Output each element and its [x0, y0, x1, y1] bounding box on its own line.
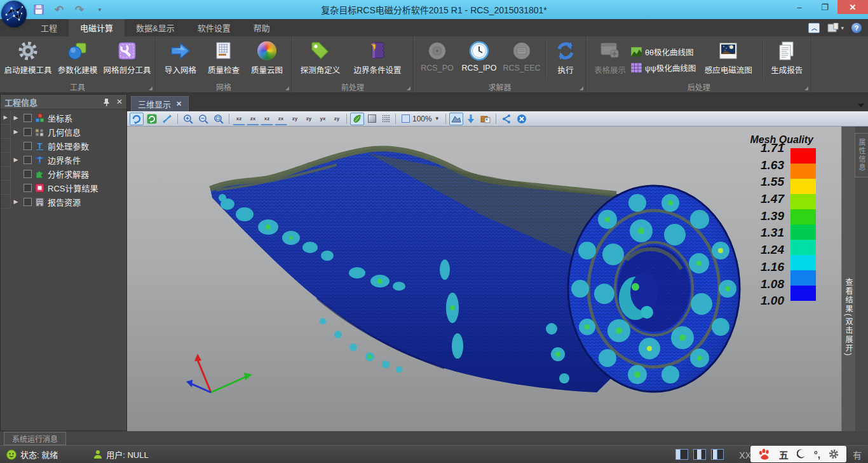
group-label: 求解器 — [488, 81, 511, 92]
ime-punctuation-mode[interactable]: °, — [814, 449, 820, 460]
dialog-launcher-icon[interactable] — [149, 86, 153, 90]
app-logo[interactable] — [1, 1, 27, 27]
view-preset-3-button[interactable]: xz — [261, 113, 273, 125]
view-preset-8-button[interactable]: zy — [330, 113, 343, 125]
menu-tab-project[interactable]: 工程 — [29, 19, 69, 36]
tab-3d-display[interactable]: 三维显示 ✕ — [131, 96, 189, 111]
arrow-down-button[interactable] — [465, 113, 477, 125]
boundary-condition-setting-button[interactable]: 边界条件设置 — [346, 38, 409, 81]
launch-modeling-tool-button[interactable]: 启动建模工具 — [4, 38, 52, 81]
menu-tab-settings[interactable]: 软件设置 — [186, 19, 242, 36]
generate-report-button[interactable]: 生成报告 — [766, 38, 807, 81]
minimize-button[interactable]: – — [787, 0, 812, 14]
spin-view-button[interactable] — [145, 113, 159, 125]
tree-item-boundary-conditions[interactable]: ▶ 边界条件 — [1, 153, 126, 167]
results-collapsed-tab[interactable]: 查看结果(双击展开) — [841, 127, 855, 431]
mesh-partition-tool-button[interactable]: 网格剖分工具 — [103, 38, 151, 81]
layout-left-button[interactable] — [675, 449, 688, 460]
zoom-drop-icon[interactable]: ▼ — [435, 116, 440, 121]
legend-value: 1.63 — [751, 159, 784, 172]
panel-close-icon[interactable]: ✕ — [116, 97, 123, 106]
close-view-button[interactable] — [515, 113, 529, 125]
execute-button[interactable]: 执行 — [549, 38, 582, 81]
zoom-in-button[interactable] — [181, 113, 195, 125]
help-button[interactable]: ? — [851, 23, 862, 33]
svg-text:T: T — [37, 141, 43, 151]
quality-cloudmap-button[interactable]: 质量云图 — [246, 38, 288, 81]
view-preset-1-button[interactable]: xz — [233, 113, 245, 125]
pan-view-button[interactable] — [160, 113, 174, 125]
close-button[interactable]: ✕ — [837, 0, 868, 14]
share-view-button[interactable] — [499, 113, 513, 125]
expander-icon[interactable]: ▶ — [11, 128, 21, 135]
window-layout-menu-button[interactable]: ▾ — [827, 23, 844, 33]
expander-icon[interactable]: ▶ — [11, 198, 21, 205]
zoom-out-button[interactable] — [196, 113, 210, 125]
tree-checkbox[interactable] — [24, 198, 32, 206]
quality-check-button[interactable]: 质量检查 — [203, 38, 245, 81]
orientation-button[interactable] — [449, 113, 463, 125]
view-preset-5-button[interactable]: zy — [288, 113, 301, 125]
quick-access-more-button[interactable]: ▾ — [94, 4, 105, 15]
ime-logo-paw-icon[interactable] — [758, 448, 771, 460]
rcs-ipo-button[interactable]: RCS_IPO — [458, 38, 500, 81]
induced-current-map-button[interactable]: 感应电磁流图 — [697, 38, 759, 81]
tree-item-geometry-info[interactable]: ▶ 几何信息 — [1, 125, 126, 139]
zoom-level-control[interactable]: 100% ▼ — [399, 114, 442, 123]
redo-button[interactable]: ↷ — [74, 4, 85, 15]
pin-icon[interactable] — [103, 98, 110, 106]
theta-polarization-curve-button[interactable]: θθ极化曲线图 — [631, 46, 696, 58]
layout-center-button[interactable] — [693, 449, 706, 460]
flat-shading-button[interactable] — [365, 113, 378, 125]
ime-wubi-mode[interactable]: 五 — [779, 448, 789, 461]
save-button[interactable] — [33, 4, 44, 15]
snapshot-folder-button[interactable] — [478, 113, 492, 125]
tree-item-preprocess-params[interactable]: T 前处理参数 — [1, 139, 126, 153]
undo-button[interactable]: ↶ — [53, 4, 65, 15]
view-preset-2-button[interactable]: zx — [247, 113, 259, 125]
tree-checkbox[interactable] — [24, 184, 32, 192]
expander-icon[interactable]: ▶ — [11, 156, 21, 163]
layout-right-button[interactable] — [711, 449, 724, 460]
tree-item-rcs-results[interactable]: RCS计算结果 — [1, 181, 126, 195]
import-mesh-button[interactable]: 导入网格 — [159, 38, 201, 81]
probe-angle-button[interactable]: 探测角定义 — [296, 38, 344, 81]
ime-halfwidth-moon-icon[interactable] — [797, 449, 806, 459]
view-preset-4-button[interactable]: zx — [275, 113, 287, 125]
dialog-launcher-icon[interactable] — [804, 86, 808, 90]
tab-list-dropdown-icon[interactable] — [858, 104, 864, 107]
menu-tab-em-compute[interactable]: 电磁计算 — [69, 19, 125, 36]
system-message-tab[interactable]: 系统运行消息 — [4, 432, 66, 445]
menu-tab-help[interactable]: 帮助 — [242, 19, 281, 36]
boundary-axis-icon — [34, 155, 45, 165]
tree-checkbox[interactable] — [24, 142, 32, 150]
tree-checkbox[interactable] — [24, 128, 32, 136]
wireframe-button[interactable] — [379, 113, 392, 125]
tab-close-icon[interactable]: ✕ — [176, 100, 182, 108]
tree-item-analysis-solver[interactable]: 分析求解器 — [1, 167, 126, 181]
rotate-view-button[interactable] — [130, 113, 144, 125]
viewport-3d[interactable]: Mesh Quality 1.71 1.63 1.55 1.47 1.39 1.… — [127, 127, 841, 431]
expander-icon[interactable]: ▶ — [11, 114, 21, 121]
parametric-modeling-button[interactable]: 参数化建模 — [53, 38, 102, 81]
properties-collapsed-tab[interactable]: 属性信息 — [855, 133, 868, 177]
tree-item-coordinate-system[interactable]: ▶ ▶ 坐标系 — [1, 111, 126, 125]
dialog-launcher-icon[interactable] — [285, 86, 289, 90]
psi-polarization-curve-button[interactable]: ψψ极化曲线图 — [631, 62, 696, 74]
restore-button[interactable]: ❐ — [812, 0, 837, 14]
view-preset-7-button[interactable]: yx — [316, 113, 329, 125]
view-preset-6-button[interactable]: zy — [302, 113, 315, 125]
ribbon-collapse-button[interactable]: ︿ — [808, 23, 820, 33]
tree-checkbox[interactable] — [24, 114, 32, 122]
zoom-fit-button[interactable] — [212, 113, 226, 125]
button-label: 探测角定义 — [301, 64, 341, 76]
dialog-launcher-icon[interactable] — [407, 86, 410, 90]
tree-item-report-resources[interactable]: ▶ 报告资源 — [1, 195, 126, 209]
ime-settings-gear-icon[interactable] — [829, 449, 839, 459]
group-label: 前处理 — [341, 81, 364, 92]
tree-checkbox[interactable] — [24, 170, 32, 178]
dialog-launcher-icon[interactable] — [580, 86, 583, 90]
tree-checkbox[interactable] — [24, 156, 32, 164]
menu-tab-data-display[interactable]: 数据&显示 — [125, 19, 186, 36]
smooth-shading-button[interactable] — [350, 113, 364, 125]
